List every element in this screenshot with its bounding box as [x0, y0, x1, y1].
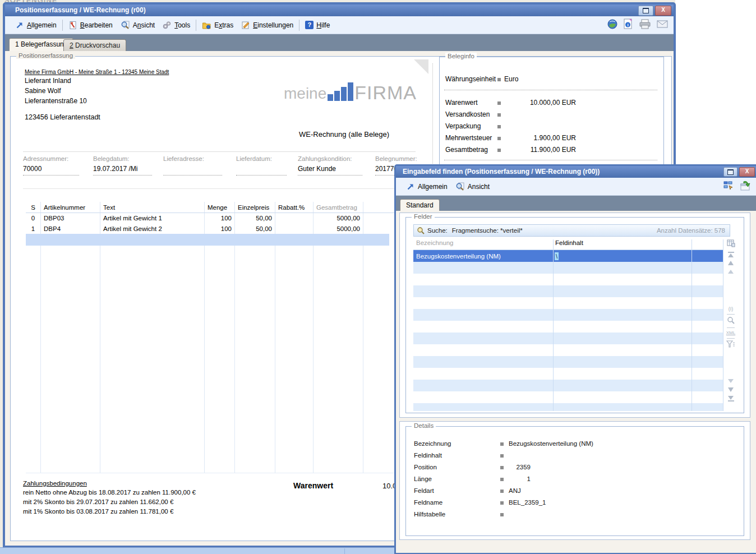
restore-icon [643, 8, 649, 13]
main-window-title: Positionserfassung / WE-Rechnung (r00) [15, 6, 146, 14]
main-menubar: Allgemein Bearbeiten Ansicht Tools Extra… [5, 16, 674, 34]
logo-text-left: meine [284, 86, 326, 101]
item-row[interactable]: 0 DBP03 Artikel mit Gewicht 1 100 50,00 … [26, 213, 363, 223]
divider [23, 151, 416, 152]
felder-groupbox: Felder Suche: Fragmentsuche: *verteil* A… [405, 217, 744, 413]
payment-line: mit 1% Skonto bis 03.08.2017 zu zahlen 1… [23, 508, 173, 515]
svg-text:i: i [627, 22, 628, 27]
bullet-icon [497, 113, 501, 117]
scroll-down-icon[interactable] [726, 379, 736, 383]
tab-druckvorschau[interactable]: 2 Druckvorschau [63, 39, 126, 51]
beleginfo-value: Euro [504, 75, 518, 83]
details-panel: Details Bezeichnung Bezugskostenverteilu… [399, 421, 750, 540]
scroll-to-bottom-icon[interactable] [726, 396, 736, 402]
logo-bars-icon [328, 82, 353, 101]
info-document-icon[interactable]: i [623, 19, 633, 30]
field-name-cell: Bezugskostenverteilung (NM) [413, 253, 553, 260]
table-bottom-line [26, 473, 416, 473]
menu-hilfe[interactable]: ? Hilfe [301, 19, 334, 31]
beleginfo-value: 1.900,00 EUR [504, 134, 576, 142]
xml-icon[interactable]: XML [726, 330, 736, 335]
folder-icon [202, 21, 211, 30]
details-groupbox: Details Bezeichnung Bezugskostenverteilu… [405, 426, 744, 536]
close-button[interactable]: X [655, 6, 671, 16]
scroll-to-top-icon[interactable] [726, 251, 736, 257]
menu-ansicht[interactable]: Ansicht [117, 19, 159, 31]
items-table-header: S Artikelnummer Text Menge Einzelpreis R… [26, 202, 363, 213]
dialog-menu-ansicht[interactable]: Ansicht [451, 181, 494, 193]
bullet-icon [497, 137, 501, 140]
company-logo: meine FIRMA [284, 82, 417, 101]
menu-extras[interactable]: Extras [198, 19, 237, 31]
menu-allgemein[interactable]: Allgemein [12, 19, 61, 31]
grid-icon[interactable] [727, 239, 735, 247]
dialog-content: Felder Suche: Fragmentsuche: *verteil* A… [396, 211, 756, 550]
dialog-menu-allgemein[interactable]: Allgemein [403, 181, 451, 192]
recipient-line: Sabine Wolf [25, 87, 61, 95]
divider [23, 188, 416, 189]
selected-field-row[interactable]: Bezugskostenverteilung (NM) \ [413, 250, 723, 262]
gears-icon [163, 21, 172, 30]
detail-value: ANJ [509, 487, 521, 494]
bullet-icon [500, 442, 504, 446]
beleginfo-label: Warenwert [445, 99, 478, 107]
field-lieferdatum[interactable]: Lieferdatum: [236, 155, 287, 181]
bullet-icon [500, 501, 504, 505]
page-curl-icon [414, 59, 428, 74]
menu-bearbeiten[interactable]: Bearbeiten [64, 19, 117, 31]
minimize-button[interactable] [638, 6, 653, 16]
filter-icon[interactable] [726, 340, 736, 348]
field-adressnummer[interactable]: Adressnummer: 70000 [23, 155, 79, 181]
field-value-cell: \ [555, 252, 559, 260]
bullet-icon [500, 454, 504, 458]
scroll-up-icon[interactable] [726, 270, 736, 274]
field-lieferadresse[interactable]: Lieferadresse: [163, 155, 222, 181]
dialog-titlebar: Eingabefeld finden (Positionserfassung /… [396, 166, 756, 178]
help-icon: ? [305, 21, 314, 29]
globe-icon[interactable] [607, 19, 618, 30]
dialog-tabstrip: Standard [396, 196, 756, 211]
logo-text-right: FIRMA [354, 84, 417, 101]
dialog-minimize-button[interactable] [723, 167, 737, 177]
status-bar-divider [344, 548, 345, 554]
bullet-icon [497, 101, 501, 105]
beleginfo-label: Mehrwertsteuer [445, 134, 492, 142]
menu-tools[interactable]: Tools [159, 19, 194, 31]
email-icon[interactable] [657, 20, 668, 29]
field-zahlungskondition[interactable]: Zahlungskondition: Guter Kunde [298, 155, 362, 181]
printer-icon[interactable] [638, 19, 652, 30]
bullet-icon [500, 478, 504, 481]
groupbox-label: Felder [412, 213, 435, 220]
column-header-feldinhalt: Feldinhalt [555, 239, 583, 246]
detail-label: Länge [414, 475, 432, 482]
dialog-menubar: Allgemein Ansicht [396, 178, 756, 196]
dotted-separator [444, 160, 657, 160]
search-value: Fragmentsuche: *verteil* [452, 227, 523, 234]
groupbox-label: Positionserfassung [16, 52, 75, 59]
document-type-title: WE-Rechnung (alle Belege) [299, 130, 389, 138]
apply-to-window-icon[interactable] [739, 180, 752, 191]
bullet-icon [497, 78, 501, 81]
payment-terms-title: Zahlungsbedingungen [23, 480, 87, 487]
menu-separator [196, 20, 196, 31]
field-belegdatum[interactable]: Belegdatum: 19.07.2017 /Mi [93, 155, 152, 181]
search-list-icon[interactable] [726, 316, 736, 324]
tab-standard[interactable]: Standard [400, 199, 440, 211]
selected-item-row[interactable] [26, 234, 389, 246]
dialog-title: Eingabefeld finden (Positionserfassung /… [403, 168, 600, 176]
search-bar[interactable]: Suche: Fragmentsuche: *verteil* Anzahl D… [413, 224, 730, 237]
item-row[interactable]: 1 DBP4 Artikel mit Gewicht 2 100 50,00 5… [26, 223, 363, 234]
recipient-line: Lieferant Inland [25, 77, 71, 85]
bullet-icon [500, 513, 504, 516]
scroll-down-page-icon[interactable] [726, 387, 736, 392]
columns-icon[interactable]: (I) [726, 306, 736, 312]
beleginfo-label: Verpackung [445, 122, 481, 130]
sender-line: Meine Firma GmbH - Meine Straße 1 - 1234… [25, 69, 169, 75]
detail-label: Position [414, 464, 437, 470]
menu-einstellungen[interactable]: Einstellungen [237, 19, 297, 31]
scroll-up-page-icon[interactable] [726, 261, 736, 265]
select-fields-icon[interactable] [723, 181, 734, 191]
dialog-close-button[interactable]: X [739, 167, 755, 177]
felder-panel: Felder Suche: Fragmentsuche: *verteil* A… [399, 213, 750, 418]
detail-label: Feldart [414, 487, 434, 494]
